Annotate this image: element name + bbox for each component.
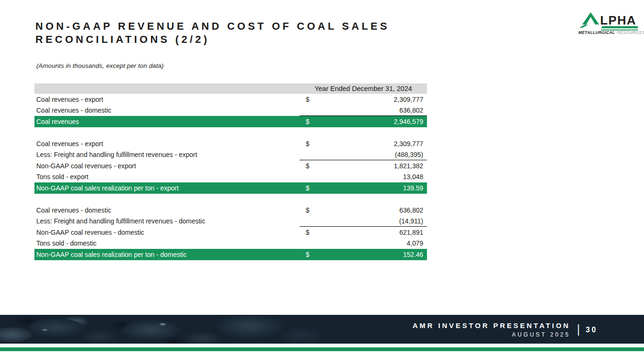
slide: NON-GAAP REVENUE AND COST OF COAL SALES … <box>0 0 644 362</box>
dollar-sign: $ <box>306 96 309 103</box>
row-value-cell: $139.59 <box>300 182 427 194</box>
row-label: Tons sold - domestic <box>34 240 300 247</box>
row-value: (488,395) <box>395 151 423 158</box>
row-value: 636,802 <box>399 207 423 214</box>
row-label: Coal revenues - domestic <box>34 207 300 214</box>
presentation-title: AMR INVESTOR PRESENTATION <box>413 321 570 329</box>
dollar-sign: $ <box>306 185 309 191</box>
row-value: (14,911) <box>399 218 423 224</box>
row-value: 4,079 <box>407 240 423 247</box>
row-value: 636,802 <box>399 107 423 114</box>
page-title-line1: NON-GAAP REVENUE AND COST OF COAL SALES <box>35 20 390 33</box>
row-value-cell: $636,802 <box>300 205 427 216</box>
logo-wordmark: LPHA <box>600 13 636 27</box>
dollar-sign: $ <box>306 251 309 258</box>
dollar-sign: $ <box>306 229 309 236</box>
table-row: Coal revenues$2,946,579 <box>34 116 427 127</box>
row-value-cell: 13,048 <box>300 172 427 183</box>
row-value-cell: $1,821,382 <box>300 160 427 172</box>
table-body: Coal revenues - export$2,309,777Coal rev… <box>34 94 427 260</box>
row-value-cell: $2,946,579 <box>300 116 427 127</box>
table-row: Coal revenues - export$2,309,777 <box>34 94 427 105</box>
row-label: Coal revenues - export <box>34 140 300 147</box>
row-value-cell: 636,802 <box>300 105 427 116</box>
presentation-date: AUGUST 2025 <box>413 331 570 338</box>
table-header-period: Year Ended December 31, 2024 <box>300 85 427 92</box>
table-row: Less: Freight and handling fulfillment r… <box>34 216 427 227</box>
row-value: 2,946,579 <box>394 118 423 125</box>
table-row: Non-GAAP coal revenues - export$1,821,38… <box>34 160 427 172</box>
row-label: Less: Freight and handling fulfillment r… <box>34 151 300 158</box>
row-value: 1,821,382 <box>394 163 423 169</box>
row-value-cell: (14,911) <box>300 216 427 227</box>
page-number: 30 <box>585 326 598 334</box>
row-label: Coal revenues - domestic <box>34 107 300 114</box>
row-value-cell: 4,079 <box>300 238 427 249</box>
row-value: 13,048 <box>403 173 423 180</box>
table-row: Coal revenues - domestic636,802 <box>34 105 427 116</box>
row-value: 139.59 <box>403 185 423 191</box>
page-title: NON-GAAP REVENUE AND COST OF COAL SALES … <box>35 20 390 46</box>
footer-text-block: AMR INVESTOR PRESENTATION AUGUST 2025 <box>413 321 570 338</box>
units-note: (Amounts in thousands, except per ton da… <box>36 62 164 69</box>
table-row: Non-GAAP coal sales realization per ton … <box>34 182 427 194</box>
dollar-sign: $ <box>306 207 309 214</box>
table-section-gap <box>34 127 427 139</box>
table-section-gap <box>34 194 427 205</box>
reconciliation-table: Year Ended December 31, 2024 Coal revenu… <box>34 83 427 260</box>
logo-graphic: LPHA METALLURGICAL RESOURCES <box>579 12 638 34</box>
table-row: Coal revenues - export$2,309,777 <box>34 138 427 149</box>
dollar-sign: $ <box>306 163 309 169</box>
page-title-line2: RECONCILIATIONS (2/2) <box>35 33 390 46</box>
accent-bar <box>0 347 644 351</box>
row-value-cell: (488,395) <box>300 149 427 161</box>
row-value: 152.46 <box>403 251 423 258</box>
table-row: Tons sold - domestic4,079 <box>34 238 427 249</box>
row-value: 2,309,777 <box>394 96 423 103</box>
row-label: Tons sold - export <box>34 173 300 180</box>
page-divider: | <box>577 322 580 336</box>
mountain-a-icon <box>579 12 599 28</box>
row-label: Coal revenues <box>34 118 300 125</box>
row-value-cell: $2,309,777 <box>300 94 427 105</box>
row-value-cell: $2,309,777 <box>300 138 427 149</box>
row-label: Non-GAAP coal revenues - export <box>34 163 300 169</box>
logo-tagline-bold: METALLURGICAL <box>578 30 615 35</box>
table-row: Non-GAAP coal revenues - domestic$621,89… <box>34 227 427 238</box>
dollar-sign: $ <box>306 118 309 125</box>
row-value-cell: $152.46 <box>300 249 427 260</box>
footer-content: AMR INVESTOR PRESENTATION AUGUST 2025 | … <box>413 316 598 344</box>
table-row: Less: Freight and handling fulfillment r… <box>34 149 427 161</box>
table-row: Coal revenues - domestic$636,802 <box>34 205 427 216</box>
row-value: 621,891 <box>399 229 423 236</box>
logo-tagline-light: RESOURCES <box>617 30 644 35</box>
footer-bar: AMR INVESTOR PRESENTATION AUGUST 2025 | … <box>0 315 644 344</box>
table-row: Tons sold - export13,048 <box>34 172 427 183</box>
row-label: Non-GAAP coal revenues - domestic <box>34 229 300 236</box>
dollar-sign: $ <box>306 140 309 147</box>
alpha-metallurgical-logo: LPHA METALLURGICAL RESOURCES <box>579 12 638 34</box>
row-label: Non-GAAP coal sales realization per ton … <box>34 185 300 191</box>
row-label: Coal revenues - export <box>34 96 300 103</box>
row-value: 2,309,777 <box>394 140 423 147</box>
logo-tagline: METALLURGICAL RESOURCES <box>578 30 644 35</box>
row-label: Non-GAAP coal sales realization per ton … <box>34 251 300 258</box>
table-header-row: Year Ended December 31, 2024 <box>34 83 427 94</box>
table-row: Non-GAAP coal sales realization per ton … <box>34 249 427 260</box>
row-label: Less: Freight and handling fulfillment r… <box>34 218 300 224</box>
row-value-cell: $621,891 <box>300 227 427 238</box>
